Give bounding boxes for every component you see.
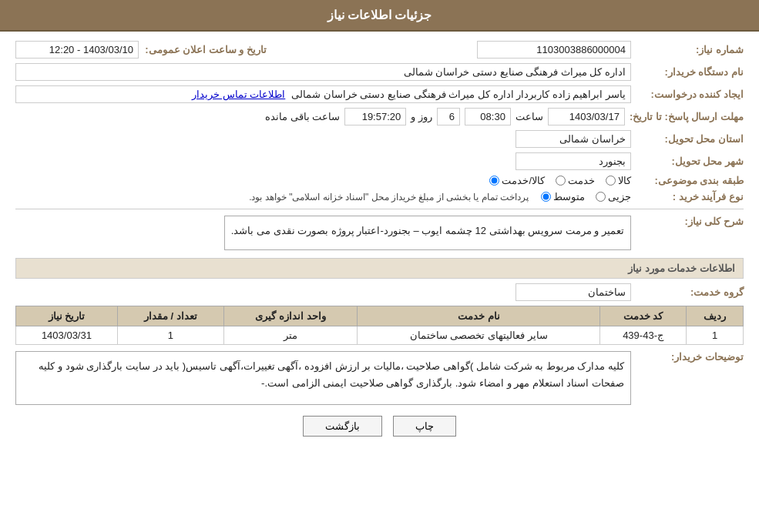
mohlat-rooz-label: روز و xyxy=(411,111,432,122)
shomare-row: شماره نیاز: 1103003886000004 تاریخ و ساع… xyxy=(15,41,744,59)
radio-jozi: جزیی xyxy=(596,191,631,202)
col-tedad: تعداد / مقدار xyxy=(117,306,223,326)
radio-khadamat: خدمت xyxy=(556,175,595,186)
cell-tarikh: 1403/03/31 xyxy=(16,326,118,345)
tabaqe-row: طبقه بندی موضوعی: کالا خدمت کالا/خدمت xyxy=(15,175,744,186)
tawzihat-label: توضیحات خریدار: xyxy=(636,351,744,363)
radio-mottavaset-input[interactable] xyxy=(541,192,551,202)
page-wrapper: جزئیات اطلاعات نیاز شماره نیاز: 11030038… xyxy=(0,0,759,532)
radio-kala: کالا xyxy=(606,175,631,186)
col-vahed: واحد اندازه گیری xyxy=(223,306,358,326)
radio-kala-input[interactable] xyxy=(606,176,616,186)
back-button[interactable]: بازگشت xyxy=(303,416,382,437)
services-table: ردیف کد خدمت نام خدمت واحد اندازه گیری ت… xyxy=(15,306,744,345)
noetype-row: نوع فرآیند خرید : جزیی متوسط پرداخت تمام… xyxy=(15,191,744,202)
shomare-label: شماره نیاز: xyxy=(636,44,744,55)
ejad-konande-label: ایجاد کننده درخواست: xyxy=(636,89,744,100)
radio-khadamat-input[interactable] xyxy=(556,176,566,186)
nam-dastgah-value: اداره کل میراث فرهنگی صنایع دستی خراسان … xyxy=(15,63,631,81)
mohlat-rooz: 6 xyxy=(437,108,460,125)
shomare-value: 1103003886000004 xyxy=(477,41,631,59)
shahr-label: شهر محل تحویل: xyxy=(636,156,744,167)
radio-mottavaset: متوسط xyxy=(541,191,585,202)
mohlat-saat-label: ساعت xyxy=(516,111,543,122)
sharh-label: شرح کلی نیاز: xyxy=(636,216,744,227)
mohlat-row: مهلت ارسال پاسخ: تا تاریخ: 1403/03/17 سا… xyxy=(15,108,744,125)
tawzihat-row: توضیحات خریدار: کلیه مدارک مربوط به شرکت… xyxy=(15,351,744,405)
ostan-value: خراسان شمالی xyxy=(516,130,631,148)
col-kod: کد خدمت xyxy=(599,306,686,326)
radio-jozi-label: جزیی xyxy=(608,191,631,202)
shahr-row: شهر محل تحویل: بجنورد xyxy=(15,152,744,170)
cell-tedad: 1 xyxy=(117,326,223,345)
sharh-value: تعمیر و مرمت سرویس بهداشتی 12 چشمه ایوب … xyxy=(224,216,631,250)
mohlat-baqi-label: ساعت باقی مانده xyxy=(265,111,340,122)
tarikh-value: 1403/03/10 - 12:20 xyxy=(15,41,139,59)
header-title: جزئیات اطلاعات نیاز xyxy=(327,8,432,22)
tarikh-label: تاریخ و ساعت اعلان عمومی: xyxy=(143,44,267,55)
ejad-konande-value: یاسر ابراهیم زاده کاربردار اداره کل میرا… xyxy=(15,85,631,103)
mohlat-saat: 08:30 xyxy=(465,108,511,125)
radio-khadamat-label: خدمت xyxy=(568,175,595,186)
nam-dastgah-label: نام دستگاه خریدار: xyxy=(636,66,744,78)
print-button[interactable]: چاپ xyxy=(393,416,456,437)
radio-kala-khadamat-input[interactable] xyxy=(489,176,499,186)
radio-mottavaset-label: متوسط xyxy=(553,191,585,202)
gorohe-khadamat-row: گروه خدمت: ساختمان xyxy=(15,283,744,301)
tabaqe-radio-group: کالا خدمت کالا/خدمت xyxy=(489,175,631,186)
mohlat-date: 1403/03/17 xyxy=(548,108,625,125)
mohlat-label: مهلت ارسال پاسخ: تا تاریخ: xyxy=(630,111,744,122)
separator-1 xyxy=(15,209,744,209)
ostan-label: استان محل تحویل: xyxy=(636,133,744,145)
nam-dastgah-row: نام دستگاه خریدار: اداره کل میراث فرهنگی… xyxy=(15,63,744,81)
sharh-row: شرح کلی نیاز: تعمیر و مرمت سرویس بهداشتی… xyxy=(15,216,744,250)
ettelaat-tamas-link[interactable]: اطلاعات تماس خریدار xyxy=(192,89,285,100)
content-area: شماره نیاز: 1103003886000004 تاریخ و ساع… xyxy=(0,32,759,453)
cell-kod: ج-43-439 xyxy=(599,326,686,345)
cell-radif: 1 xyxy=(687,326,744,345)
col-radif: ردیف xyxy=(687,306,744,326)
tabaqe-label: طبقه بندی موضوعی: xyxy=(636,175,744,186)
radio-kala-khadamat-label: کالا/خدمت xyxy=(502,175,545,186)
gorohe-khadamat-label: گروه خدمت: xyxy=(636,286,744,298)
tawzihat-value: کلیه مدارک مربوط به شرکت شامل )گواهی صلا… xyxy=(15,351,631,405)
table-row: 1ج-43-439سایر فعالیتهای تخصصی ساختمانمتر… xyxy=(16,326,744,345)
khadamat-title: اطلاعات خدمات مورد نیاز xyxy=(15,258,744,279)
ejad-konande-row: ایجاد کننده درخواست: یاسر ابراهیم زاده ک… xyxy=(15,85,744,103)
cell-vahed: متر xyxy=(223,326,358,345)
noetype-desc: پرداخت تمام یا بخشی از مبلغ خریداز محل "… xyxy=(249,192,529,202)
col-nam: نام خدمت xyxy=(358,306,599,326)
col-tarikh: تاریخ نیاز xyxy=(16,306,118,326)
mohlat-baqi: 19:57:20 xyxy=(344,108,406,125)
cell-nam: سایر فعالیتهای تخصصی ساختمان xyxy=(358,326,599,345)
gorohe-khadamat-value: ساختمان xyxy=(516,283,631,301)
btn-row: چاپ بازگشت xyxy=(15,416,744,437)
ostan-row: استان محل تحویل: خراسان شمالی xyxy=(15,130,744,148)
shahr-value: بجنورد xyxy=(516,152,631,170)
radio-kala-khadamat: کالا/خدمت xyxy=(489,175,545,186)
page-header: جزئیات اطلاعات نیاز xyxy=(0,0,759,32)
radio-kala-label: کالا xyxy=(618,175,631,186)
noetype-label: نوع فرآیند خرید : xyxy=(636,191,744,202)
radio-jozi-input[interactable] xyxy=(596,192,606,202)
noetype-radio-group: جزیی متوسط xyxy=(541,191,631,202)
